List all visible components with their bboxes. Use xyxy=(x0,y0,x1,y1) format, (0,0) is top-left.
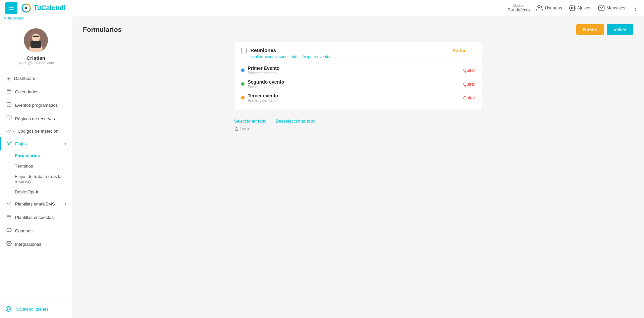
eventos-icon xyxy=(6,102,12,108)
sidebar-item-label: Páginas de reservas xyxy=(15,116,55,121)
sidebar-nav: ⊞ Dashboard Calendarios xyxy=(0,69,72,300)
usuarios-nav[interactable]: Usuarios xyxy=(536,5,562,11)
sidebar-item-label: Códigos de inserción xyxy=(17,129,58,134)
event-info-1: Primer Evento Primer calendario xyxy=(248,65,464,75)
sidebar-profile: Cristian ayuda@tucalendi.com xyxy=(0,23,72,69)
quitar-button-3[interactable]: Quitar xyxy=(463,95,475,100)
planes-icon xyxy=(5,306,11,312)
sidebar-subitem-flujos-trabajo[interactable]: Flujos de trabajo (tras la reserva) xyxy=(0,171,72,187)
quitar-button-1[interactable]: Quitar xyxy=(463,68,475,73)
modulo-selector[interactable]: Módulo Por defecto xyxy=(507,4,530,12)
sidebar-item-dashboard[interactable]: ⊞ Dashboard xyxy=(0,72,72,85)
trash-icon xyxy=(234,127,239,131)
hamburger-button[interactable]: ☰ xyxy=(5,2,17,14)
gear-icon xyxy=(569,5,576,11)
borrar-button[interactable]: borrar xyxy=(234,126,252,131)
volver-button[interactable]: Volver xyxy=(607,24,633,35)
event-dot-1 xyxy=(241,69,245,72)
logo-icon xyxy=(21,3,32,13)
simple-view-link[interactable]: Vista simple xyxy=(4,16,24,20)
nuevo-button[interactable]: Nuevo xyxy=(576,24,604,35)
event-dot-2 xyxy=(241,82,245,86)
page-title: Formularios xyxy=(83,26,122,34)
borrar-container: borrar xyxy=(234,126,482,131)
sidebar-bottom: TuCalendi planes xyxy=(0,300,72,318)
event-dot-3 xyxy=(241,96,245,99)
form-card-reuniones: Reuniones ocultar eventos conectados | A… xyxy=(234,42,482,110)
sidebar-item-paginas[interactable]: Páginas de reservas xyxy=(0,112,72,125)
svg-point-22 xyxy=(7,141,8,142)
svg-rect-19 xyxy=(7,116,11,119)
svg-point-5 xyxy=(32,34,40,42)
event-info-2: Segundo evento Primer calendario xyxy=(248,79,464,89)
layout: Vista simple Cristian ayuda@tucalendi.co… xyxy=(0,16,644,318)
sidebar-item-plantillas-email[interactable]: Plantillas email/SMS ▾ xyxy=(0,197,72,211)
plantillas-email-icon xyxy=(6,200,12,207)
svg-rect-9 xyxy=(7,89,11,93)
svg-point-34 xyxy=(6,307,11,312)
form-card-header: Reuniones ocultar eventos conectados | A… xyxy=(241,47,475,59)
svg-point-3 xyxy=(571,7,573,9)
sidebar-item-planes[interactable]: TuCalendi planes xyxy=(0,303,72,315)
svg-point-24 xyxy=(8,144,10,145)
sidebar-subitem-doble-optin[interactable]: Doble Opt-In xyxy=(0,187,72,197)
select-all-link[interactable]: Seleccionar todo xyxy=(234,119,267,124)
codigos-icon: </> xyxy=(6,129,14,134)
page-header: Formularios Nuevo Volver xyxy=(83,24,633,35)
navbar-right: Módulo Por defecto Usuarios Ajustes Mens… xyxy=(507,4,639,12)
sidebar-item-eventos[interactable]: Eventos programados xyxy=(0,98,72,112)
quitar-button-2[interactable]: Quitar xyxy=(463,82,475,87)
ajustes-nav[interactable]: Ajustes xyxy=(569,5,592,11)
assign-events-link[interactable]: Asignar eventos xyxy=(303,54,331,59)
event-item-2: Segundo evento Primer calendario Quitar xyxy=(241,77,475,91)
form-card-checkbox[interactable] xyxy=(241,48,247,53)
ajustes-label: Ajustes xyxy=(577,5,592,10)
form-card-links: ocultar eventos conectados | Asignar eve… xyxy=(251,54,452,59)
usuarios-label: Usuarios xyxy=(545,5,562,10)
modulo-label: Módulo xyxy=(507,4,530,7)
svg-line-26 xyxy=(9,142,11,144)
sidebar-item-calendarios[interactable]: Calendarios xyxy=(0,85,72,98)
avatar xyxy=(24,28,48,52)
svg-point-23 xyxy=(10,141,11,142)
svg-rect-8 xyxy=(33,36,39,37)
avatar-image xyxy=(24,28,48,52)
calendar-icon xyxy=(6,88,12,95)
event-name-2: Segundo evento xyxy=(248,79,464,85)
form-card-name: Reuniones xyxy=(251,47,452,53)
users-icon xyxy=(536,5,543,11)
svg-rect-13 xyxy=(7,103,11,107)
deselect-all-link[interactable]: Desseleccionar todo xyxy=(276,119,315,124)
dashboard-icon: ⊞ xyxy=(6,75,11,82)
sidebar-item-plantillas-encuestas[interactable]: Plantillas encuestas xyxy=(0,211,72,224)
borrar-label: borrar xyxy=(240,126,252,131)
more-card-button[interactable]: ⋮ xyxy=(469,47,475,54)
event-cal-2: Primer calendario xyxy=(248,85,464,89)
bulk-separator: | xyxy=(270,118,272,124)
sidebar-subitem-formularios[interactable]: Formularios xyxy=(0,150,72,161)
planes-label: TuCalendi planes xyxy=(15,307,49,312)
svg-line-25 xyxy=(7,142,9,144)
mensajes-nav[interactable]: Mensajes xyxy=(598,5,625,11)
main-content: Formularios Nuevo Volver Reuniones ocult… xyxy=(72,16,644,318)
sidebar-item-cupones[interactable]: Cupones xyxy=(0,224,72,237)
sidebar-subitem-terminos[interactable]: Términos xyxy=(0,161,72,171)
editar-button[interactable]: Editar xyxy=(452,48,466,53)
sidebar-item-integraciones[interactable]: Integraciones xyxy=(0,237,72,251)
sidebar-item-label: Calendarios xyxy=(15,89,38,94)
paginas-icon xyxy=(6,115,12,122)
more-options-icon[interactable]: ⋮ xyxy=(632,4,639,12)
bulk-actions: Seleccionar todo | Desseleccionar todo xyxy=(234,116,482,126)
hide-events-link[interactable]: ocultar eventos conectados xyxy=(251,54,300,59)
event-cal-3: Primer calendario xyxy=(248,98,464,102)
sidebar-item-label: Flujos xyxy=(15,141,27,146)
svg-point-33 xyxy=(8,243,10,244)
event-cal-1: Primer calendario xyxy=(248,71,464,75)
sidebar-item-codigos[interactable]: </> Códigos de inserción xyxy=(0,125,72,137)
svg-rect-30 xyxy=(7,229,11,231)
sidebar-item-flujos[interactable]: Flujos ▾ xyxy=(0,137,72,150)
sidebar-item-label: Dashboard xyxy=(14,76,36,81)
profile-name: Cristian xyxy=(26,55,45,61)
mail-icon xyxy=(598,5,605,11)
sidebar-item-label: Plantillas encuestas xyxy=(15,215,54,220)
